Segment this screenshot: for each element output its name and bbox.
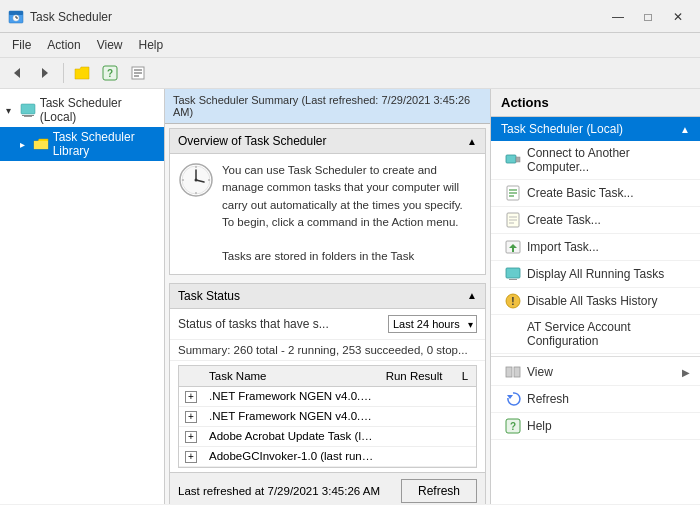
overview-title: Overview of Task Scheduler <box>178 134 327 148</box>
app-icon <box>8 9 24 25</box>
title-bar-left: Task Scheduler <box>8 9 112 25</box>
refresh-button[interactable]: Refresh <box>401 479 477 503</box>
svg-text:?: ? <box>510 421 516 432</box>
action-connect[interactable]: Connect to Another Computer... <box>491 141 700 180</box>
minimize-button[interactable]: — <box>604 6 632 28</box>
help-toolbar-button[interactable]: ? <box>97 61 123 85</box>
toolbar: ? <box>0 58 700 89</box>
expand-plus[interactable]: + <box>185 391 197 403</box>
forward-button[interactable] <box>32 61 58 85</box>
help-action-icon: ? <box>505 418 521 434</box>
status-filter-select[interactable]: Last 24 hours Last hour Last week <box>388 315 477 333</box>
clock-icon-wrapper <box>178 162 214 198</box>
last-cell <box>456 386 476 406</box>
clock-icon <box>178 162 214 198</box>
svg-rect-15 <box>22 115 34 116</box>
expand-plus[interactable]: + <box>185 451 197 463</box>
svg-marker-5 <box>14 68 20 78</box>
menu-bar: File Action View Help <box>0 33 700 58</box>
action-import-label: Import Task... <box>527 240 599 254</box>
folder-button[interactable] <box>69 61 95 85</box>
action-create-task[interactable]: Create Task... <box>491 207 700 234</box>
menu-view[interactable]: View <box>89 35 131 55</box>
col-expand <box>179 366 203 387</box>
svg-rect-38 <box>509 279 517 280</box>
folder-library-icon <box>33 136 49 152</box>
svg-rect-25 <box>506 155 516 163</box>
svg-text:!: ! <box>511 296 514 307</box>
action-refresh[interactable]: Refresh <box>491 386 700 413</box>
svg-rect-41 <box>506 367 512 377</box>
title-bar: Task Scheduler — □ ✕ <box>0 0 700 33</box>
svg-rect-37 <box>506 268 520 278</box>
properties-button[interactable] <box>125 61 151 85</box>
status-filter-row: Status of tasks that have s... Last 24 h… <box>170 309 485 340</box>
tree-label-library: Task Scheduler Library <box>53 130 158 158</box>
svg-rect-1 <box>9 11 23 15</box>
view-icon <box>505 364 521 380</box>
left-panel: ▾ Task Scheduler (Local) ▸ Task Schedule… <box>0 89 165 504</box>
expand-plus[interactable]: + <box>185 431 197 443</box>
action-at-service[interactable]: AT Service Account Configuration <box>491 315 700 354</box>
menu-file[interactable]: File <box>4 35 39 55</box>
task-status-section: Task Status ▲ Status of tasks that have … <box>169 283 486 505</box>
expand-icon-library: ▸ <box>20 139 29 150</box>
expand-icon-local: ▾ <box>6 105 16 116</box>
task-name-cell: AdobeGCInvoker-1.0 (last run su... <box>203 446 380 466</box>
display-running-icon <box>505 266 521 282</box>
expand-cell: + <box>179 446 203 466</box>
properties-icon <box>130 65 146 81</box>
svg-point-20 <box>195 179 198 182</box>
action-display-running[interactable]: Display All Running Tasks <box>491 261 700 288</box>
col-task-name[interactable]: Task Name <box>203 366 380 387</box>
create-task-icon <box>505 212 521 228</box>
action-help[interactable]: ? Help <box>491 413 700 440</box>
center-header-text: Task Scheduler Summary (Last refreshed: … <box>173 94 470 118</box>
action-disable-history-label: Disable All Tasks History <box>527 294 658 308</box>
title-bar-controls: — □ ✕ <box>604 6 692 28</box>
action-import[interactable]: Import Task... <box>491 234 700 261</box>
tree-item-local[interactable]: ▾ Task Scheduler (Local) <box>0 93 164 127</box>
filter-select-wrapper: Last 24 hours Last hour Last week <box>388 315 477 333</box>
actions-section-title: Task Scheduler (Local) ▲ <box>491 117 700 141</box>
svg-rect-42 <box>514 367 520 377</box>
run-result-cell <box>380 446 456 466</box>
view-submenu-arrow: ▶ <box>682 367 690 378</box>
disable-history-icon: ! <box>505 293 521 309</box>
expand-plus[interactable]: + <box>185 411 197 423</box>
toolbar-separator <box>63 63 64 83</box>
actions-section-chevron: ▲ <box>680 124 690 135</box>
back-button[interactable] <box>4 61 30 85</box>
action-disable-history[interactable]: ! Disable All Tasks History <box>491 288 700 315</box>
menu-action[interactable]: Action <box>39 35 88 55</box>
maximize-button[interactable]: □ <box>634 6 662 28</box>
col-last[interactable]: L <box>456 366 476 387</box>
expand-cell: + <box>179 386 203 406</box>
task-status-header[interactable]: Task Status ▲ <box>170 284 485 309</box>
task-table-wrapper: Task Name Run Result L + .NET Framework … <box>178 365 477 468</box>
action-view[interactable]: View ▶ <box>491 359 700 386</box>
close-button[interactable]: ✕ <box>664 6 692 28</box>
svg-text:?: ? <box>107 68 113 79</box>
tree-item-library[interactable]: ▸ Task Scheduler Library <box>0 127 164 161</box>
bottom-bar: Last refreshed at 7/29/2021 3:45:26 AM R… <box>170 472 485 505</box>
overview-text: You can use Task Scheduler to create and… <box>222 162 477 266</box>
status-filter-label: Status of tasks that have s... <box>178 317 329 331</box>
right-panel: Actions Task Scheduler (Local) ▲ Connect… <box>490 89 700 504</box>
overview-section: Overview of Task Scheduler ▲ <box>169 128 486 275</box>
menu-help[interactable]: Help <box>131 35 172 55</box>
action-create-basic-label: Create Basic Task... <box>527 186 634 200</box>
svg-rect-13 <box>21 104 35 114</box>
last-cell <box>456 406 476 426</box>
action-create-task-label: Create Task... <box>527 213 601 227</box>
action-connect-label: Connect to Another Computer... <box>527 146 690 174</box>
task-status-chevron: ▲ <box>467 290 477 301</box>
table-row: + AdobeGCInvoker-1.0 (last run su... <box>179 446 476 466</box>
table-row: + .NET Framework NGEN v4.0.3031... <box>179 386 476 406</box>
connect-icon <box>505 152 521 168</box>
col-run-result[interactable]: Run Result <box>380 366 456 387</box>
action-refresh-label: Refresh <box>527 392 569 406</box>
actions-section-label: Task Scheduler (Local) <box>501 122 623 136</box>
action-create-basic[interactable]: Create Basic Task... <box>491 180 700 207</box>
overview-section-header[interactable]: Overview of Task Scheduler ▲ <box>170 129 485 154</box>
